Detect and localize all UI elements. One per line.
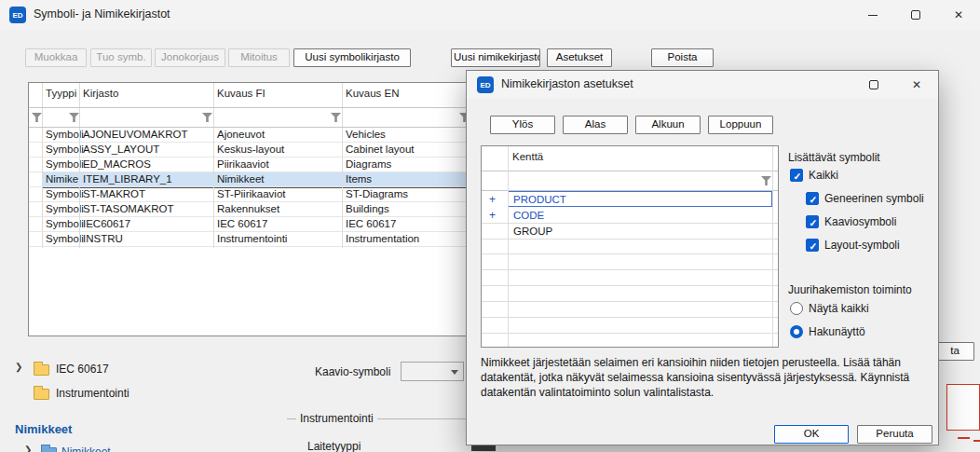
- muokkaa-button[interactable]: Muokkaa: [25, 48, 87, 67]
- radio-icon[interactable]: [790, 325, 803, 338]
- instrumentointi-group-label: Instrumentointi: [296, 412, 377, 425]
- minimize-button[interactable]: [851, 0, 894, 30]
- radio-hakunaytto[interactable]: Hakunäyttö: [790, 325, 930, 340]
- column-header-kentta[interactable]: Kenttä: [512, 151, 543, 162]
- cell-library: ED_MACROS: [83, 158, 151, 171]
- minimize-icon: [868, 15, 878, 16]
- cell-description-en: ST-Diagrams: [346, 187, 408, 201]
- tuo-symb-button[interactable]: Tuo symb.: [90, 48, 152, 67]
- cell-description-fi: Piirikaaviot: [217, 158, 269, 171]
- alas-button[interactable]: Alas: [563, 116, 628, 134]
- preview-fragment: [958, 437, 970, 439]
- gridline: [482, 171, 778, 171]
- cell-description-en: IEC 60617: [346, 217, 396, 231]
- checkbox-label: Layout-symboli: [824, 239, 900, 253]
- tree-item-iec-60617[interactable]: IEC 60617: [56, 363, 109, 376]
- checkbox-label: Geneerinen symboli: [824, 192, 924, 206]
- app-window: ED Symboli- ja Nimikekirjastot Muokkaa T…: [0, 0, 980, 452]
- filter-icon[interactable]: [331, 113, 341, 122]
- cell-description-en: Vehicles: [346, 128, 386, 142]
- field-row-product[interactable]: PRODUCT: [513, 192, 566, 207]
- cell-library: ASSY_LAYOUT: [83, 143, 159, 157]
- alkuun-button[interactable]: Alkuun: [635, 116, 701, 134]
- folder-icon: [34, 364, 49, 376]
- cell-type: Symboli: [46, 217, 84, 231]
- asetukset-button[interactable]: Asetukset: [547, 48, 612, 67]
- close-button[interactable]: [895, 71, 938, 99]
- checkbox-kaikki[interactable]: Kaikki: [790, 169, 930, 184]
- maximize-icon: [911, 10, 920, 20]
- radio-icon[interactable]: [790, 302, 803, 315]
- field-row-code[interactable]: CODE: [513, 208, 544, 223]
- maximize-button[interactable]: [852, 71, 895, 99]
- juurihakemiston-toiminto-label: Juurihakemiston toiminto: [788, 283, 912, 296]
- radio-label: Hakunäyttö: [809, 325, 865, 339]
- close-button[interactable]: [937, 0, 980, 30]
- cell-description-en: Buildings: [346, 202, 389, 216]
- filter-icon[interactable]: [202, 113, 212, 122]
- cell-type: Symboli: [46, 128, 84, 142]
- uusi-symbolikirjasto-button[interactable]: Uusi symbolikirjasto: [293, 48, 411, 67]
- filter-icon[interactable]: [69, 113, 79, 122]
- app-icon: ED: [477, 76, 494, 93]
- column-header-kuvaus-fi[interactable]: Kuvaus FI: [217, 88, 265, 99]
- column-header-tyyppi[interactable]: Tyyppi: [46, 88, 76, 99]
- gridline: [772, 146, 773, 347]
- partial-button[interactable]: ta: [935, 342, 974, 361]
- laitetyyppi-label: Laitetyyppi: [307, 440, 361, 452]
- checkbox-icon[interactable]: [806, 215, 819, 228]
- cell-type: Symboli: [46, 202, 84, 216]
- dialog-nimikekirjaston-asetukset: ED Nimikekirjaston asetukset Ylös Alas A…: [466, 70, 939, 445]
- empty-rows: [482, 239, 778, 347]
- cell-library: AJONEUVOMAKROT: [83, 128, 187, 142]
- tree-item-nimikkeet[interactable]: Nimikkeet: [61, 445, 111, 452]
- expander-icon[interactable]: [24, 445, 32, 452]
- title-bar[interactable]: ED Symboli- ja Nimikekirjastot: [0, 0, 980, 30]
- poista-button[interactable]: Poista: [651, 48, 714, 67]
- checkbox-icon[interactable]: [806, 192, 819, 205]
- cell-library: ST-TASOMAKROT: [83, 202, 174, 216]
- cell-description-fi: Nimikkeet: [217, 172, 264, 186]
- checkbox-icon[interactable]: [790, 169, 803, 182]
- preview-fragment: [946, 384, 980, 431]
- preview-fragment: [973, 440, 980, 442]
- expand-marker[interactable]: +: [489, 208, 496, 223]
- kaavio-symboli-label: Kaavio-symboli: [315, 365, 390, 378]
- filter-icon[interactable]: [761, 176, 771, 185]
- ylos-button[interactable]: Ylös: [490, 116, 555, 134]
- maximize-icon: [869, 80, 878, 89]
- maximize-button[interactable]: [894, 0, 937, 30]
- tree-item-instrumentointi[interactable]: Instrumentointi: [56, 387, 129, 400]
- cell-description-en: Cabinet layout: [346, 143, 415, 157]
- obscured-fragment: [471, 445, 496, 451]
- cell-description-en: Items: [346, 172, 372, 186]
- mitoitus-button[interactable]: Mitoitus: [228, 48, 290, 67]
- app-icon: ED: [9, 7, 26, 23]
- uusi-nimikekirjasto-button[interactable]: Uusi nimikekirjasto: [451, 48, 540, 67]
- kaavio-symboli-dropdown[interactable]: [401, 362, 464, 381]
- cell-description-fi: IEC 60617: [217, 217, 267, 231]
- cell-library: IEC60617: [83, 217, 130, 231]
- filter-icon[interactable]: [32, 113, 42, 122]
- checkbox-kaaviosymboli[interactable]: Kaaviosymboli: [806, 215, 946, 230]
- checkbox-icon[interactable]: [806, 239, 819, 252]
- loppuun-button[interactable]: Loppuun: [708, 116, 773, 134]
- expander-icon[interactable]: [15, 362, 22, 372]
- dialog-title-bar[interactable]: ED Nimikekirjaston asetukset: [467, 71, 938, 99]
- column-header-kuvaus-en[interactable]: Kuvaus EN: [346, 88, 400, 99]
- expand-marker[interactable]: +: [489, 192, 496, 207]
- ok-button[interactable]: OK: [774, 425, 849, 444]
- cell-description-fi: Ajoneuvot: [217, 128, 265, 142]
- cell-type: Symboli: [46, 143, 84, 157]
- checkbox-layout-symboli[interactable]: Layout-symboli: [806, 239, 946, 253]
- folder-icon: [34, 389, 49, 400]
- radio-nayta-kaikki[interactable]: Näytä kaikki: [790, 302, 930, 317]
- cell-description-en: Diagrams: [346, 158, 391, 171]
- cell-description-fi: Keskus-layout: [217, 143, 284, 157]
- checkbox-geneerinen-symboli[interactable]: Geneerinen symboli: [806, 192, 946, 207]
- peruuta-button[interactable]: Peruuta: [857, 425, 932, 444]
- cell-description-fi: Instrumentointi: [217, 232, 287, 246]
- jonokorjaus-button[interactable]: Jonokorjaus: [155, 48, 225, 67]
- field-row-group[interactable]: GROUP: [513, 224, 552, 239]
- column-header-kirjasto[interactable]: Kirjasto: [83, 88, 118, 99]
